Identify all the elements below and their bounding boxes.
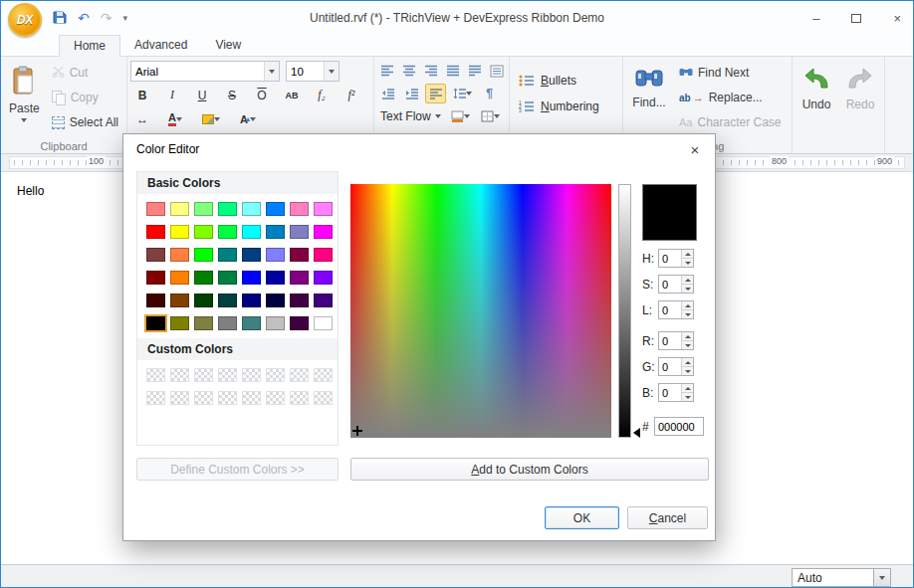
find-next-button[interactable]: Find Next xyxy=(674,61,787,85)
custom-color-slot[interactable] xyxy=(242,391,261,405)
hue-saturation-field[interactable] xyxy=(350,184,611,438)
color-swatch[interactable] xyxy=(266,202,285,216)
field-spin-box[interactable] xyxy=(658,300,694,319)
color-swatch[interactable] xyxy=(242,316,261,330)
color-swatch[interactable] xyxy=(170,202,189,216)
color-swatch[interactable] xyxy=(266,316,285,330)
color-swatch[interactable] xyxy=(146,248,165,262)
color-swatch[interactable] xyxy=(242,202,261,216)
font-size-dropdown-icon[interactable] xyxy=(324,62,339,81)
color-swatch[interactable] xyxy=(218,316,237,330)
character-spacing-button[interactable]: ↔ xyxy=(130,108,154,129)
color-swatch[interactable] xyxy=(194,316,213,330)
color-swatch[interactable] xyxy=(194,202,213,216)
spin-up-icon[interactable] xyxy=(682,301,693,310)
decrease-indent-button[interactable] xyxy=(377,84,398,103)
define-custom-colors-button[interactable]: Define Custom Colors >> xyxy=(136,458,339,481)
zoom-dropdown-icon[interactable] xyxy=(873,569,890,586)
field-spin-box[interactable] xyxy=(658,383,694,402)
paragraph-borders-button[interactable] xyxy=(477,106,504,126)
color-swatch[interactable] xyxy=(242,248,261,262)
field-value-input[interactable] xyxy=(659,332,679,349)
custom-color-slot[interactable] xyxy=(314,368,333,382)
select-all-button[interactable]: Select All xyxy=(47,110,123,134)
paragraph-shading-button[interactable] xyxy=(447,106,474,126)
align-right-button[interactable] xyxy=(421,61,440,81)
italic-button[interactable]: I xyxy=(160,85,184,105)
field-value-input[interactable] xyxy=(659,250,679,267)
color-swatch[interactable] xyxy=(290,271,309,285)
spin-up-icon[interactable] xyxy=(682,332,693,341)
copy-button[interactable]: Copy xyxy=(47,86,123,109)
font-size-combo[interactable] xyxy=(286,61,340,82)
color-swatch[interactable] xyxy=(146,202,165,216)
color-swatch[interactable] xyxy=(146,271,165,285)
field-value-input[interactable] xyxy=(659,384,679,401)
spin-up-icon[interactable] xyxy=(682,276,693,285)
borders-dropdown-icon[interactable] xyxy=(494,114,500,118)
justify-button[interactable] xyxy=(443,61,462,81)
hex-input[interactable] xyxy=(654,417,704,436)
all-caps-button[interactable]: AB xyxy=(280,85,304,105)
color-swatch[interactable] xyxy=(194,225,213,239)
dialog-title-bar[interactable]: Color Editor xyxy=(123,134,715,164)
color-swatch[interactable] xyxy=(290,225,309,239)
spinner[interactable] xyxy=(681,301,693,318)
color-swatch[interactable] xyxy=(314,294,333,307)
color-swatch[interactable] xyxy=(266,248,285,262)
field-spin-box[interactable] xyxy=(658,357,694,376)
color-swatch[interactable] xyxy=(266,271,285,285)
color-swatch[interactable] xyxy=(314,225,333,239)
numbering-button[interactable]: 123 Numbering xyxy=(513,94,619,119)
cut-button[interactable]: Cut xyxy=(47,61,123,85)
font-size-input[interactable] xyxy=(287,66,324,78)
custom-color-slot[interactable] xyxy=(266,368,285,382)
custom-color-slot[interactable] xyxy=(266,391,285,405)
color-swatch[interactable] xyxy=(218,271,237,285)
color-swatch[interactable] xyxy=(218,225,237,239)
spin-down-icon[interactable] xyxy=(682,310,693,318)
spin-down-icon[interactable] xyxy=(682,259,693,267)
font-name-input[interactable] xyxy=(131,66,264,78)
spin-up-icon[interactable] xyxy=(682,358,693,367)
color-swatch[interactable] xyxy=(170,271,189,285)
custom-color-slot[interactable] xyxy=(194,368,213,382)
overline-button[interactable]: O xyxy=(250,85,274,105)
color-swatch[interactable] xyxy=(146,316,165,330)
custom-color-slot[interactable] xyxy=(194,391,213,405)
cancel-button[interactable]: Cancel xyxy=(627,506,708,529)
luminance-slider-marker[interactable] xyxy=(633,428,640,438)
highlight-button[interactable] xyxy=(196,108,226,129)
redo-icon[interactable]: ↷ xyxy=(101,11,113,25)
color-swatch[interactable] xyxy=(266,294,285,307)
font-color-button[interactable]: A xyxy=(160,108,190,129)
spinner[interactable] xyxy=(681,276,693,293)
close-icon[interactable]: × xyxy=(893,11,901,26)
custom-color-slot[interactable] xyxy=(146,368,165,382)
undo-button[interactable]: Undo xyxy=(796,61,837,111)
custom-color-slot[interactable] xyxy=(290,368,309,382)
field-spin-box[interactable] xyxy=(658,275,694,294)
replace-button[interactable]: ab → Replace... xyxy=(674,86,787,109)
find-button[interactable]: Find... xyxy=(626,61,672,134)
shading-dropdown-icon[interactable] xyxy=(464,114,470,118)
spin-down-icon[interactable] xyxy=(682,341,693,349)
field-spin-box[interactable] xyxy=(658,331,694,350)
color-swatch[interactable] xyxy=(314,202,333,216)
spin-down-icon[interactable] xyxy=(682,393,693,401)
color-swatch[interactable] xyxy=(218,294,237,307)
spin-up-icon[interactable] xyxy=(682,250,693,259)
color-swatch[interactable] xyxy=(194,271,213,285)
color-swatch[interactable] xyxy=(290,248,309,262)
field-value-input[interactable] xyxy=(659,276,679,293)
line-spacing-dropdown-icon[interactable] xyxy=(466,92,472,96)
tab-home[interactable]: Home xyxy=(59,35,120,57)
color-swatch[interactable] xyxy=(242,225,261,239)
color-swatch[interactable] xyxy=(314,271,333,285)
color-swatch[interactable] xyxy=(314,316,333,330)
zoom-combo[interactable]: Auto xyxy=(792,568,891,587)
application-menu-button[interactable]: DX xyxy=(8,3,42,37)
color-swatch[interactable] xyxy=(194,248,213,262)
color-swatch[interactable] xyxy=(290,202,309,216)
vertical-align-button[interactable] xyxy=(487,61,506,81)
